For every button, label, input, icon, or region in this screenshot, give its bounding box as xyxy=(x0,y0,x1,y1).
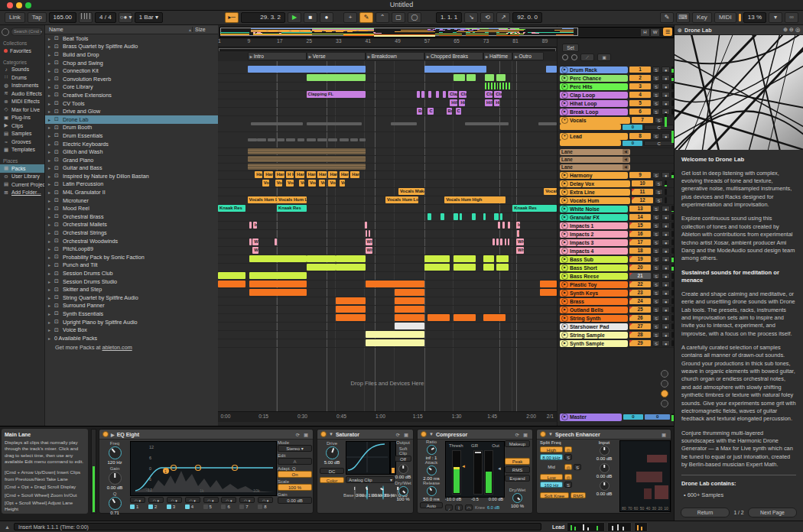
eq-curve-display[interactable]: 1260 -6-12 1k10k 1 xyxy=(130,441,277,496)
master-track-header[interactable]: ▶ Master 0 0 xyxy=(558,412,674,422)
browser-item-surround-panner[interactable]: ▸⊡Surround Panner xyxy=(45,302,218,310)
browser-item-session-drums-studio[interactable]: ▸⊡Session Drums Studio xyxy=(45,277,218,286)
arrangement-clip[interactable] xyxy=(248,66,366,73)
browser-item-orchestral-brass[interactable]: ▸⊡Orchestral Brass xyxy=(45,212,218,221)
speech-high-solo-button[interactable]: S xyxy=(564,454,572,460)
sidebar-item-current-project[interactable]: ▤Current Project xyxy=(0,180,44,189)
quantize-menu[interactable]: 1 Bar ▾ xyxy=(135,12,163,23)
arm-button[interactable]: ● xyxy=(662,248,670,254)
arrangement-clip[interactable]: Im xyxy=(516,222,520,229)
sidebar-item-plug-ins[interactable]: ▣Plug-Ins xyxy=(0,114,44,122)
arm-button[interactable]: ● xyxy=(662,92,670,98)
punch-in-icon[interactable]: ↘ xyxy=(464,12,478,23)
solo-button[interactable]: S xyxy=(655,197,663,203)
arrangement-clip[interactable] xyxy=(494,213,499,220)
hot-swap-icon[interactable]: ⟳ ▣ xyxy=(396,432,410,437)
solo-button[interactable]: S xyxy=(652,248,661,254)
browser-item-grand-piano[interactable]: ▸⊡Grand Piano xyxy=(45,156,218,164)
solo-button[interactable]: S xyxy=(652,290,661,296)
track-number[interactable]: 5 xyxy=(629,100,650,106)
arrangement-clip[interactable] xyxy=(538,122,557,125)
locator-chopped-breaks[interactable]: ▶ Chopped Breaks xyxy=(424,52,483,60)
saturator-color-toggle[interactable]: Color xyxy=(320,477,344,483)
arrangement-clip[interactable] xyxy=(505,238,506,245)
speech-low-band-toggle[interactable]: Low xyxy=(540,474,563,480)
browser-toggle-icon[interactable] xyxy=(2,28,9,36)
arrangement-clip[interactable]: Ha xyxy=(255,171,262,178)
warning-triangle-icon[interactable]: ▲ xyxy=(5,524,10,530)
arrangement-clip[interactable] xyxy=(307,122,362,125)
fold-device-icon[interactable]: ▼ xyxy=(329,432,333,436)
arrangement-clip[interactable] xyxy=(454,314,476,321)
arrangement-clip[interactable] xyxy=(500,238,502,245)
arm-button[interactable]: ● xyxy=(662,66,670,73)
arrangement-clip[interactable] xyxy=(428,91,431,98)
fold-device-icon[interactable]: ▼ xyxy=(548,432,553,436)
sidebar-item-audio-effects[interactable]: ≋Audio Effects xyxy=(0,89,44,98)
arrangement-clip[interactable] xyxy=(365,222,367,229)
arm-button[interactable]: ● xyxy=(662,307,670,313)
arrangement-clip[interactable]: Clapp xyxy=(448,91,457,98)
speech-enhancer-title-bar[interactable]: ▼ Speech Enhancer ▣ xyxy=(537,430,671,440)
lock-envelopes-icon[interactable]: ▣ xyxy=(597,54,611,61)
band-enable-checkbox[interactable] xyxy=(203,504,208,509)
track-header-row[interactable]: ▼Lead8S● xyxy=(558,132,674,140)
arrangement-clip[interactable]: Knaak Res xyxy=(512,205,557,212)
saturator-output-knob[interactable] xyxy=(398,464,408,474)
track-name[interactable]: ▶Outland Bells xyxy=(560,307,628,313)
headphone-solo-icon[interactable]: ◎ xyxy=(564,464,572,470)
arrangement-clip[interactable] xyxy=(421,91,424,98)
solo-button[interactable]: S xyxy=(652,83,661,89)
track-number[interactable]: 15 xyxy=(629,222,650,229)
track-number[interactable]: 20 xyxy=(629,264,650,271)
solo-button[interactable]: S xyxy=(655,189,663,195)
size-column-header[interactable]: Size xyxy=(192,27,218,32)
solo-button[interactable]: S xyxy=(652,332,661,338)
arrangement-clip[interactable] xyxy=(359,138,365,141)
arrangement-clip[interactable] xyxy=(499,83,510,89)
solo-button[interactable]: S xyxy=(652,214,661,220)
arm-button[interactable]: ● xyxy=(662,290,670,296)
zoom-out-help-icon[interactable]: ⊖ xyxy=(789,27,794,33)
track-header-row[interactable]: ▶Perc Hits3S● xyxy=(558,83,674,90)
browser-item-build-and-drop[interactable]: ▸⊡Build and Drop xyxy=(45,50,218,59)
follow-button-icon[interactable]: ▸─ xyxy=(225,12,239,23)
track-header-row[interactable]: ▶White Noise13S● xyxy=(558,205,674,212)
browser-column-headers[interactable]: Name ▲ Size xyxy=(45,25,218,34)
arrangement-clip[interactable]: Harm xyxy=(307,171,316,178)
play-button-icon[interactable]: ▶ xyxy=(288,12,301,23)
arrangement-clip[interactable]: Vocals Hum Lo xyxy=(277,196,307,203)
prev-locator-icon[interactable] xyxy=(562,54,568,60)
eq-edit-button[interactable]: A xyxy=(278,458,312,465)
track-header-row[interactable]: ▶Impacts 418S● xyxy=(558,247,674,255)
arrangement-clip[interactable] xyxy=(307,264,336,271)
track-number[interactable]: 18 xyxy=(629,248,650,254)
track-name[interactable]: ▶Granular FX xyxy=(560,214,628,221)
arrangement-clip[interactable] xyxy=(268,138,275,141)
compressor-makeup-toggle[interactable]: Makeup xyxy=(505,440,530,447)
filter-type-select[interactable]: ◠ ▾ xyxy=(185,497,200,503)
sidebar-item-instruments[interactable]: ◍Instruments xyxy=(0,82,44,90)
speech-high-band-toggle[interactable]: High xyxy=(540,446,563,453)
track-name[interactable]: ▶String Synth xyxy=(560,315,628,322)
track-header-row[interactable]: ▶Bass Short20S● xyxy=(558,264,674,271)
browser-item-beat-tools[interactable]: ▸⊡Beat Tools xyxy=(45,34,218,43)
session-record-icon[interactable]: ▢ xyxy=(392,12,405,23)
filter-type-select[interactable]: ◠ ▾ xyxy=(239,497,255,503)
eq-output-gain-field[interactable]: 0.00 dB xyxy=(278,497,312,504)
solo-button[interactable]: S xyxy=(652,222,661,229)
track-number[interactable]: 29 xyxy=(629,340,650,346)
track-volume-field[interactable]: 0 xyxy=(623,125,642,130)
browser-item-chop-and-swing[interactable]: ▸⊡Chop and Swing xyxy=(45,59,218,67)
band-enable-checkbox[interactable] xyxy=(148,504,153,509)
browser-item-string-quartet-by-spitfire-audio[interactable]: ▸⊡String Quartet by Spitfire Audio xyxy=(45,294,218,302)
arrangement-clip[interactable]: Im xyxy=(253,222,257,229)
arrangement-clip[interactable]: Voca xyxy=(328,180,336,187)
browser-item-electric-keyboards[interactable]: ▸⊡Electric Keyboards xyxy=(45,140,218,148)
solo-button[interactable]: S xyxy=(652,172,661,178)
solo-button[interactable]: S xyxy=(652,75,661,81)
track-name[interactable]: ▶Starshower Pad xyxy=(560,323,628,330)
next-locator-icon[interactable] xyxy=(571,54,577,60)
track-name[interactable]: ▶Bass Short xyxy=(560,264,628,271)
track-header-row[interactable]: ▶Extra Line11S xyxy=(558,188,674,196)
